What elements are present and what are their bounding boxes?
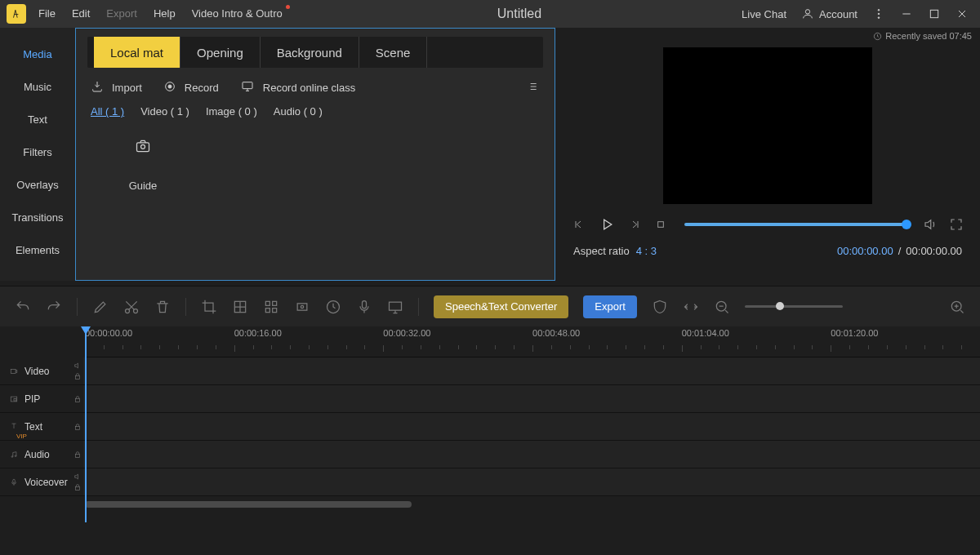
crop-icon[interactable] <box>201 299 217 315</box>
preview-video[interactable] <box>663 47 872 204</box>
stop-icon[interactable] <box>653 217 668 232</box>
lock-icon[interactable] <box>74 423 82 431</box>
prev-frame-icon[interactable] <box>572 217 586 232</box>
filter-image[interactable]: Image ( 0 ) <box>206 105 257 118</box>
app-logo <box>7 4 26 24</box>
svg-point-3 <box>878 17 880 19</box>
monitor-icon <box>240 80 255 95</box>
play-icon[interactable] <box>598 215 616 233</box>
screen-icon[interactable] <box>387 299 403 315</box>
cut-icon[interactable] <box>123 299 140 315</box>
media-panel: Local mat Opening Background Scene Impor… <box>75 28 555 281</box>
svg-rect-23 <box>390 302 402 310</box>
zoom-out-icon[interactable] <box>714 299 730 315</box>
lock-icon[interactable] <box>74 372 82 380</box>
export-button[interactable]: Export <box>583 295 637 318</box>
mute-icon[interactable] <box>74 362 82 370</box>
tab-opening[interactable]: Opening <box>180 37 261 68</box>
total-time: 00:00:00.00 <box>906 245 962 257</box>
tab-scene[interactable]: Scene <box>359 37 428 68</box>
menu-file[interactable]: File <box>31 0 63 28</box>
grid-icon[interactable] <box>263 299 279 315</box>
source-tabs: Local mat Opening Background Scene <box>87 37 543 68</box>
camera-icon <box>125 132 161 160</box>
filter-all[interactable]: All ( 1 ) <box>91 105 124 118</box>
record-button[interactable]: Record <box>163 80 219 95</box>
import-button[interactable]: Import <box>91 80 142 95</box>
svg-rect-7 <box>243 82 252 88</box>
track-audio[interactable]: Audio <box>0 441 980 468</box>
svg-point-20 <box>301 305 303 308</box>
edit-icon[interactable] <box>92 299 109 315</box>
time-ruler[interactable]: 00:00:00.00 00:00:16.00 00:00:32.00 00:0… <box>85 326 980 357</box>
svg-point-0 <box>805 10 809 14</box>
next-frame-icon[interactable] <box>627 217 642 232</box>
sidebar-item-filters[interactable]: Filters <box>0 135 75 168</box>
sidebar-item-text[interactable]: Text <box>0 103 75 135</box>
playhead[interactable] <box>85 326 87 522</box>
track-voiceover[interactable]: Voiceover <box>0 468 980 496</box>
mute-icon[interactable] <box>74 473 82 481</box>
sidebar-item-elements[interactable]: Elements <box>0 233 75 266</box>
speech-text-button[interactable]: Speech&Text Converter <box>434 295 568 318</box>
sidebar-item-music[interactable]: Music <box>0 70 75 103</box>
view-list-icon[interactable] <box>525 81 540 95</box>
mosaic-icon[interactable] <box>232 299 248 315</box>
more-icon[interactable] <box>872 7 885 20</box>
svg-rect-26 <box>11 369 16 373</box>
import-label: Import <box>112 82 142 94</box>
freeze-icon[interactable] <box>294 299 310 315</box>
track-label: Audio <box>24 449 50 460</box>
sidebar-item-transitions[interactable]: Transitions <box>0 201 75 233</box>
track-text[interactable]: VIP Text <box>0 413 980 441</box>
minimize-icon[interactable] <box>900 7 913 20</box>
track-video[interactable]: Video <box>0 357 980 385</box>
record-online-label: Record online class <box>263 82 355 94</box>
delete-icon[interactable] <box>154 299 171 315</box>
redo-icon[interactable] <box>46 299 62 315</box>
sidebar-item-media[interactable]: Media <box>0 38 75 70</box>
close-icon[interactable] <box>956 7 969 20</box>
playback-progress[interactable] <box>684 223 906 226</box>
svg-point-32 <box>11 455 13 457</box>
aspect-ratio-label: Aspect ratio <box>573 245 630 257</box>
preview-panel: Recently saved 07:45 Aspect ratio 4 : 3 … <box>555 28 980 281</box>
menu-intro-outro[interactable]: Video Intro & Outro <box>185 0 297 28</box>
account-button[interactable]: Account <box>801 7 858 20</box>
lock-icon[interactable] <box>74 395 82 403</box>
track-label: Voiceover <box>24 477 68 488</box>
lock-icon[interactable] <box>74 451 82 459</box>
svg-rect-11 <box>658 222 664 228</box>
filter-audio[interactable]: Audio ( 0 ) <box>274 105 323 118</box>
sidebar-item-overlays[interactable]: Overlays <box>0 168 75 201</box>
live-chat-button[interactable]: Live Chat <box>742 8 786 20</box>
menu-edit[interactable]: Edit <box>65 0 97 28</box>
timeline-toolbar: Speech&Text Converter Export <box>0 286 980 326</box>
svg-rect-19 <box>297 303 307 309</box>
maximize-icon[interactable] <box>928 7 941 20</box>
lock-icon[interactable] <box>74 483 82 491</box>
record-online-button[interactable]: Record online class <box>240 80 355 95</box>
speed-icon[interactable] <box>325 299 341 315</box>
track-pip[interactable]: PIP <box>0 385 980 413</box>
zoom-in-icon[interactable] <box>949 299 965 315</box>
fit-icon[interactable] <box>683 299 699 315</box>
mic-icon[interactable] <box>356 299 372 315</box>
volume-icon[interactable] <box>923 217 938 232</box>
track-label: Text <box>24 421 42 433</box>
svg-rect-16 <box>273 301 277 305</box>
menu-export[interactable]: Export <box>99 0 145 28</box>
zoom-slider[interactable] <box>745 305 843 308</box>
menu-help[interactable]: Help <box>146 0 183 28</box>
shield-icon[interactable] <box>652 299 668 315</box>
tab-local[interactable]: Local mat <box>94 37 180 68</box>
filter-video[interactable]: Video ( 1 ) <box>140 105 189 118</box>
undo-icon[interactable] <box>15 299 31 315</box>
fullscreen-icon[interactable] <box>949 217 964 232</box>
media-item-guide[interactable]: Guide <box>114 132 172 192</box>
aspect-ratio-value[interactable]: 4 : 3 <box>636 245 657 257</box>
svg-rect-18 <box>273 308 277 312</box>
tab-background[interactable]: Background <box>261 37 359 68</box>
svg-rect-15 <box>265 301 270 305</box>
timeline-scrollbar[interactable] <box>85 501 412 508</box>
